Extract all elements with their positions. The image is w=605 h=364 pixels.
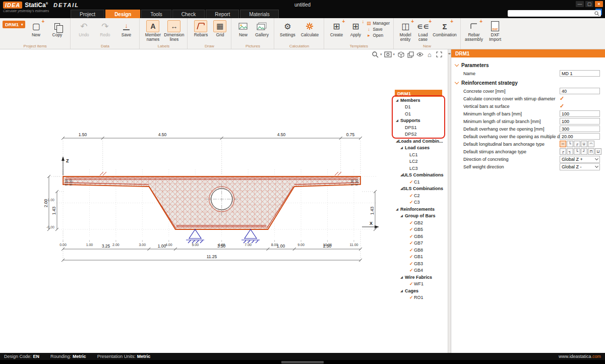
undo-button[interactable]: ↶ Undo [73,19,94,42]
tree-item-lc1[interactable]: LC1 [395,151,442,158]
support-dps2[interactable] [241,229,260,243]
view-3d-icon[interactable] [397,50,404,58]
tree-item-dps2[interactable]: DPS2 [395,131,442,138]
checked-icon[interactable]: ✓ [409,281,414,286]
anchorage-corner-tl-icon[interactable]: ┌ [574,141,580,147]
apply-template-button[interactable]: ⊞↓ Apply [346,19,365,42]
checkbox-calculate-concrete-cover-with-stirrup-diameter[interactable]: ✓ [560,96,564,101]
checked-icon[interactable]: ✓ [409,254,414,259]
anchorage-corner-tl-icon[interactable]: ┌ [560,148,566,155]
visibility-icon[interactable] [416,50,424,58]
tree-item-c2[interactable]: ✓C2 [395,192,442,199]
anchorage-u-bend-icon[interactable]: ∪ [581,141,587,147]
expand-icon[interactable]: ◢ [400,146,405,150]
input-default-overhang-over-the-opening-as-multiple-diameter[interactable] [560,133,600,140]
maximize-button[interactable]: ▢ [585,1,593,7]
tree-item-gb7[interactable]: ✓GB7 [395,240,442,247]
redo-button[interactable]: ↷ Redo [94,19,115,42]
tab-project[interactable]: Project [71,10,104,18]
input-default-overhang-over-the-opening-mm[interactable] [560,126,600,132]
tree-item-lc3[interactable]: LC3 [395,165,442,172]
select-self-weight-direction[interactable]: Global Z - [560,163,600,170]
tree-item-loads-and-combin[interactable]: ◢Loads and Combin... [395,138,442,145]
checked-icon[interactable]: ✓ [409,248,414,253]
input-name[interactable] [560,70,600,77]
new-project-item-button[interactable]: ▢+ New [25,19,46,42]
tree-item-reinforcements[interactable]: ◢Reinforcements [395,206,442,213]
expand-icon[interactable]: ◢ [396,118,400,123]
tab-report[interactable]: Report [206,10,239,18]
tree-item-members[interactable]: ◢Members [395,97,442,104]
project-item-selector[interactable]: DRM1 ▾ [3,21,25,28]
tree-item-ro1[interactable]: ✓RO1 [395,294,442,301]
tree-item-cages[interactable]: ◢Cages [395,287,442,294]
drawing-canvas[interactable]: ▾ ▾ ⌂ [0,49,448,353]
input-minimum-length-of-stirrup-branch-mm[interactable] [560,118,600,125]
new-picture-button[interactable]: New [234,19,252,42]
tree-item-c1[interactable]: ✓C1 [395,178,442,186]
anchorage-corner-bl-icon[interactable]: └ [567,141,573,147]
checked-icon[interactable]: ✓ [409,200,414,205]
tree-header-drm1[interactable]: DRM1 [395,90,442,97]
checked-icon[interactable]: ✓ [409,268,414,273]
screenshot-icon[interactable] [384,50,392,58]
section-header-parameters[interactable]: Parameters [451,59,605,70]
anchorage-straight-icon[interactable]: ─ [560,141,566,147]
anchorage-u-up-icon[interactable]: ⊔ [595,148,601,155]
expand-icon[interactable]: ◢ [396,207,400,211]
tree-item-group-of-bars[interactable]: ◢Group of Bars [395,213,442,220]
tree-item-gb6[interactable]: ✓GB6 [395,233,442,240]
settings-button[interactable]: ⚙ Settings [277,19,298,42]
checked-icon[interactable]: ✓ [409,295,414,300]
checked-icon[interactable]: ✓ [409,193,414,198]
anchorage-u-down-icon[interactable]: ⊓ [588,148,594,155]
close-button[interactable]: × [595,1,603,7]
layers-icon[interactable] [407,50,414,58]
tree-item-gb5[interactable]: ✓GB5 [395,226,442,233]
website-link[interactable]: www.ideastatica.com [559,354,601,359]
select-direction-of-concreting[interactable]: Global Z + [560,156,600,163]
checked-icon[interactable]: ✓ [409,227,414,232]
tree-item-d1[interactable]: D1 [395,104,442,111]
rebar-assembly-button[interactable]: + Rebar assembly [463,19,485,42]
checked-icon[interactable]: ✓ [409,261,414,266]
template-manager-button[interactable]: ▤ Manager [366,21,390,26]
calculate-button[interactable]: Calculate [298,19,321,42]
dimension-lines-button[interactable]: ↔ Dimension lines [163,19,185,42]
zoom-dropdown-icon[interactable]: ▾ [380,52,382,56]
tree-item-gb2[interactable]: ✓GB2 [395,219,442,226]
tab-tools[interactable]: Tools [141,10,171,18]
checked-icon[interactable]: ✓ [409,220,414,225]
checked-icon[interactable]: ✓ [409,179,414,185]
template-save-button[interactable]: ↓ Save [366,27,390,32]
tree-item-gb8[interactable]: ✓GB8 [395,247,442,254]
input-minimum-length-of-bars-mm[interactable] [560,110,600,117]
expand-icon[interactable]: ◢ [396,98,400,102]
combination-button[interactable]: Σ+ Combination [432,19,458,42]
anchorage-corner-bl-icon[interactable]: └ [574,148,580,155]
tree-item-dps1[interactable]: DPS1 [395,124,442,131]
tree-item-sls-combinations[interactable]: ◢SLS Combinations [395,186,442,193]
input-concrete-cover-mm[interactable] [560,88,600,94]
checked-icon[interactable]: ✓ [409,240,414,246]
tree-item-supports[interactable]: ◢Supports [395,117,442,125]
tree-item-load-cases[interactable]: ◢Load cases [395,145,442,152]
home-icon[interactable]: ⌂ [426,50,433,58]
tree-item-gb1[interactable]: ✓GB1 [395,254,442,261]
tab-design[interactable]: Design [105,10,140,18]
copy-project-item-button[interactable]: Copy [46,19,68,42]
search-input[interactable] [509,11,594,16]
create-template-button[interactable]: ⊞+ Create [327,19,346,42]
screenshot-dropdown-icon[interactable]: ▾ [393,52,395,56]
checked-icon[interactable]: ✓ [409,234,414,239]
save-button[interactable]: ↓ Save [115,19,137,42]
anchorage-corner-br-icon[interactable]: ┘ [581,148,587,155]
expand-icon[interactable]: ◢ [400,214,405,218]
anchorage-arc-icon[interactable]: ◠ [588,141,594,147]
tree-item-lc2[interactable]: LC2 [395,158,442,165]
expand-icon[interactable]: ◢ [400,289,405,293]
expand-icon[interactable]: ◢ [400,275,405,279]
checkbox-vertical-bars-at-surface[interactable]: ✓ [560,103,564,109]
tree-item-o1[interactable]: O1 [395,110,442,117]
tab-check[interactable]: Check [172,10,205,18]
